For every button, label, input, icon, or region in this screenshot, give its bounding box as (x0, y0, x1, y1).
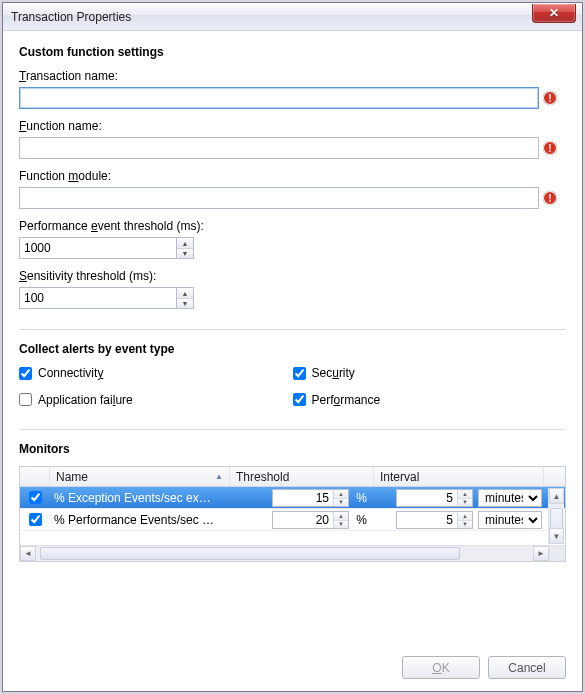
table-row[interactable]: % Performance Events/sec …▲▼%▲▼minutes (20, 509, 565, 531)
spinner-down-icon[interactable]: ▼ (177, 248, 193, 258)
checkbox-performance[interactable]: Performance (293, 393, 381, 407)
spinner-up-icon[interactable]: ▲ (177, 288, 193, 298)
error-icon: ! (543, 91, 557, 105)
spinner-up-icon[interactable]: ▲ (458, 512, 472, 520)
perf-threshold-spinner[interactable]: ▲ ▼ (19, 237, 566, 259)
field-transaction-name: Transaction name: ! (19, 69, 566, 109)
divider (19, 329, 566, 330)
vertical-scrollbar[interactable]: ▲ ▼ (548, 488, 564, 544)
table-row[interactable]: % Exception Events/sec ex…▲▼%▲▼minutes (20, 487, 565, 509)
spinner-up-icon[interactable]: ▲ (334, 490, 348, 498)
spinner-up-icon[interactable]: ▲ (458, 490, 472, 498)
interval-input[interactable] (397, 490, 457, 506)
spinner-down-icon[interactable]: ▼ (334, 520, 348, 528)
function-name-input[interactable] (19, 137, 539, 159)
threshold-spinner[interactable]: ▲▼ (272, 511, 349, 529)
spinner-down-icon[interactable]: ▼ (458, 498, 472, 506)
error-icon: ! (543, 191, 557, 205)
threshold-input[interactable] (273, 490, 333, 506)
row-checkbox[interactable] (29, 491, 42, 504)
spinner-down-icon[interactable]: ▼ (458, 520, 472, 528)
table-body: % Exception Events/sec ex…▲▼%▲▼minutes% … (20, 487, 565, 545)
transaction-name-input[interactable] (19, 87, 539, 109)
spinner-up-icon[interactable]: ▲ (334, 512, 348, 520)
scroll-right-icon[interactable]: ► (533, 546, 549, 561)
section-custom-settings: Custom function settings (19, 45, 566, 59)
spinner-up-icon[interactable]: ▲ (177, 238, 193, 248)
content-area: Custom function settings Transaction nam… (3, 31, 582, 648)
horizontal-scrollbar[interactable]: ◄ ► (20, 545, 565, 561)
checkbox-connectivity-input[interactable] (19, 367, 32, 380)
label-function-name: Function name: (19, 119, 566, 133)
checkbox-security[interactable]: Security (293, 366, 355, 380)
divider (19, 429, 566, 430)
close-icon: ✕ (549, 7, 559, 19)
function-module-input[interactable] (19, 187, 539, 209)
spinner-down-icon[interactable]: ▼ (334, 498, 348, 506)
col-threshold[interactable]: Threshold (230, 467, 374, 486)
scroll-up-icon[interactable]: ▲ (549, 488, 564, 504)
col-check[interactable] (20, 467, 50, 486)
label-perf-threshold: Performance event threshold (ms): (19, 219, 566, 233)
monitors-table: Name Threshold Interval % Exception Even… (19, 466, 566, 562)
interval-spinner[interactable]: ▲▼ (396, 511, 473, 529)
cancel-button[interactable]: Cancel (488, 656, 566, 679)
checkbox-security-input[interactable] (293, 367, 306, 380)
scroll-thumb[interactable] (40, 547, 460, 560)
scroll-left-icon[interactable]: ◄ (20, 546, 36, 561)
checkbox-performance-input[interactable] (293, 393, 306, 406)
interval-spinner[interactable]: ▲▼ (396, 489, 473, 507)
col-interval[interactable]: Interval (374, 467, 544, 486)
spinner-down-icon[interactable]: ▼ (177, 298, 193, 308)
threshold-spinner[interactable]: ▲▼ (272, 489, 349, 507)
label-function-module: Function module: (19, 169, 566, 183)
sensitivity-input[interactable] (19, 287, 177, 309)
field-function-module: Function module: ! (19, 169, 566, 209)
label-transaction-name: Transaction name: (19, 69, 566, 83)
interval-unit-select[interactable]: minutes (478, 489, 542, 507)
checkbox-app-failure-input[interactable] (19, 393, 32, 406)
row-name: % Performance Events/sec … (50, 509, 230, 530)
section-collect-alerts: Collect alerts by event type (19, 342, 566, 356)
col-name[interactable]: Name (50, 467, 230, 486)
titlebar: Transaction Properties ✕ (3, 3, 582, 31)
interval-input[interactable] (397, 512, 457, 528)
dialog-footer: OK Cancel (3, 648, 582, 691)
ok-button[interactable]: OK (402, 656, 480, 679)
checkbox-connectivity[interactable]: Connectivity (19, 366, 103, 380)
perf-threshold-input[interactable] (19, 237, 177, 259)
error-icon: ! (543, 141, 557, 155)
row-checkbox[interactable] (29, 513, 42, 526)
sensitivity-spinner[interactable]: ▲ ▼ (19, 287, 566, 309)
interval-unit-select[interactable]: minutes (478, 511, 542, 529)
window-title: Transaction Properties (11, 10, 131, 24)
threshold-unit: % (350, 487, 374, 508)
alerts-checkbox-group: Connectivity Security Application failur… (19, 366, 566, 419)
field-sensitivity: Sensitivity threshold (ms): ▲ ▼ (19, 269, 566, 309)
section-monitors: Monitors (19, 442, 566, 456)
dialog-window: Transaction Properties ✕ Custom function… (2, 2, 583, 692)
close-button[interactable]: ✕ (532, 4, 576, 23)
threshold-input[interactable] (273, 512, 333, 528)
field-perf-threshold: Performance event threshold (ms): ▲ ▼ (19, 219, 566, 259)
field-function-name: Function name: ! (19, 119, 566, 159)
row-name: % Exception Events/sec ex… (50, 487, 230, 508)
checkbox-app-failure[interactable]: Application failure (19, 393, 133, 407)
label-sensitivity: Sensitivity threshold (ms): (19, 269, 566, 283)
table-header: Name Threshold Interval (20, 467, 565, 487)
threshold-unit: % (350, 509, 374, 530)
scroll-down-icon[interactable]: ▼ (549, 528, 564, 544)
